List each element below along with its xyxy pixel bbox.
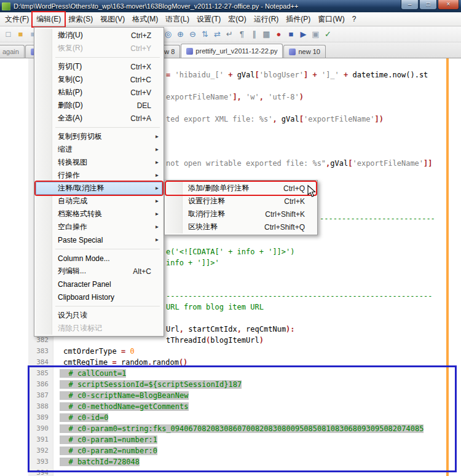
stop-macro-icon[interactable]: ■ bbox=[285, 28, 297, 40]
menu-item-undo[interactable]: 撤消(U) Ctrl+Z bbox=[36, 29, 162, 42]
menu-item-set-read-only[interactable]: 设为只读 bbox=[36, 309, 162, 322]
code-text[interactable]: # c0-id=0 bbox=[60, 412, 461, 423]
menu-item-copy[interactable]: 复制(C) Ctrl+C bbox=[36, 73, 162, 86]
code-segment: ) bbox=[299, 93, 304, 101]
minimize-button[interactable]: – bbox=[401, 0, 419, 10]
menu-item-column-mode[interactable]: Column Mode... bbox=[36, 252, 162, 265]
menubar-item-window[interactable]: 窗口(W) bbox=[314, 12, 348, 26]
title-bar[interactable]: D:\tmp\WordPress\Others\to_wp\163-mover\… bbox=[0, 0, 461, 12]
code-text[interactable]: cmtReqTime = random.random() bbox=[60, 357, 461, 368]
menubar-item-edit[interactable]: 编辑(E) bbox=[33, 12, 65, 26]
indent-guide-icon[interactable]: ∥ bbox=[248, 28, 260, 40]
menu-item-eol-conversion[interactable]: 档案格式转换 ► bbox=[36, 208, 162, 220]
menu-item-auto-completion[interactable]: 自动完成 ► bbox=[36, 195, 162, 208]
code-segment: ]) bbox=[375, 115, 384, 123]
menubar-item-macro[interactable]: 宏(O) bbox=[224, 12, 250, 26]
code-segment: , bbox=[237, 325, 246, 334]
line-number: 384 bbox=[28, 357, 53, 368]
menu-item-blank-operations[interactable]: 空白操作 ► bbox=[36, 220, 162, 233]
bookmark-margin bbox=[0, 158, 28, 169]
menubar-item-format[interactable]: 格式(M) bbox=[128, 12, 162, 26]
menu-item-paste[interactable]: 粘贴(P) Ctrl+V bbox=[36, 86, 162, 99]
comment-submenu-popup: 添加/删除单行注释 Ctrl+Q 设置行注释 Ctrl+K 取消行注释 Ctrl… bbox=[164, 180, 318, 235]
code-text[interactable]: # c0-param1=number:1 bbox=[60, 434, 461, 445]
menu-item-indent[interactable]: 缩进 ► bbox=[36, 143, 162, 156]
code-text[interactable]: # c0-param2=number:0 bbox=[60, 445, 461, 456]
code-segment: , bbox=[272, 115, 281, 123]
tab-prettify[interactable]: prettify_url_v2011-12-22.py bbox=[181, 44, 283, 58]
code-segment: = bbox=[166, 71, 175, 79]
record-macro-icon[interactable]: ● bbox=[273, 28, 285, 40]
menubar-item-help[interactable]: ? bbox=[349, 13, 360, 25]
menu-item-comment-uncomment[interactable]: 注释/取消注释 ► bbox=[36, 182, 162, 195]
sync-horizontal-icon[interactable]: ⇄ bbox=[211, 28, 223, 40]
bookmark-margin bbox=[0, 180, 28, 191]
bookmark-margin bbox=[0, 169, 28, 180]
code-text[interactable]: # callCount=1 bbox=[60, 368, 461, 379]
menubar-item-plugins[interactable]: 插件(P) bbox=[282, 12, 314, 26]
code-text[interactable]: # c0-scriptName=BlogBeanNew bbox=[60, 390, 461, 401]
editor-line: 388 # c0-methodName=getComments bbox=[0, 401, 461, 412]
menu-item-delete[interactable]: 删除(D) DEL bbox=[36, 99, 162, 112]
play-macro-icon[interactable]: ▶ bbox=[297, 28, 309, 40]
menu-item-label: 复制到剪切板 bbox=[58, 131, 102, 142]
word-wrap-icon[interactable]: ↵ bbox=[224, 28, 235, 40]
menu-item-convert-view[interactable]: 转换视图 ► bbox=[36, 156, 162, 169]
menubar-item-run[interactable]: 运行(R) bbox=[250, 12, 283, 26]
show-all-chars-icon[interactable]: ¶ bbox=[236, 28, 248, 40]
code-text[interactable]: # c0-methodName=getComments bbox=[60, 401, 461, 412]
code-text[interactable]: cmtOrderType = 0 bbox=[60, 346, 461, 357]
code-text[interactable]: # c0-param0=string:fks_09406708208308607… bbox=[60, 423, 461, 434]
submenu-item-toggle-single-line-comment[interactable]: 添加/删除单行注释 Ctrl+Q bbox=[166, 182, 316, 195]
menu-item-clear-read-only-flag[interactable]: 清除只读标记 bbox=[36, 322, 162, 335]
submenu-arrow-icon: ► bbox=[154, 211, 160, 217]
menu-item-line-operations[interactable]: 行操作 ► bbox=[36, 169, 162, 182]
menubar-item-settings[interactable]: 设置(T) bbox=[193, 12, 224, 26]
menu-item-cut[interactable]: 剪切(T) Ctrl+X bbox=[36, 60, 162, 73]
code-text[interactable]: # batchId=728048 bbox=[60, 456, 461, 467]
open-folder-icon[interactable]: ■ bbox=[15, 28, 26, 40]
maximize-button[interactable]: □ bbox=[419, 0, 437, 10]
spell-check-icon[interactable]: ✓ bbox=[322, 28, 334, 40]
fold-margin bbox=[53, 390, 60, 401]
editor-line: 386 # scriptSessionId=${scriptSessionId}… bbox=[0, 379, 461, 390]
close-button[interactable]: × bbox=[438, 0, 459, 10]
menu-item-character-panel[interactable]: Character Panel bbox=[36, 278, 162, 291]
code-segment: random bbox=[121, 358, 148, 367]
code-text[interactable] bbox=[60, 467, 461, 476]
code-segment: random bbox=[152, 358, 179, 367]
tab-new-10[interactable]: new 10 bbox=[283, 45, 325, 58]
code-segments: # c0-id=0 bbox=[60, 413, 108, 422]
new-file-icon[interactable]: □ bbox=[2, 28, 14, 40]
code-text[interactable]: # scriptSessionId=${scriptSessionId}187 bbox=[60, 379, 461, 390]
submenu-item-block-comment[interactable]: 区块注释 Ctrl+Shift+Q bbox=[166, 220, 316, 233]
menu-item-clipboard-history[interactable]: Clipboard History bbox=[36, 291, 162, 303]
editor-line: 383 cmtOrderType = 0 bbox=[0, 346, 461, 357]
line-number: 391 bbox=[28, 434, 53, 445]
code-segments: # c0-param1=number:1 bbox=[60, 435, 157, 444]
menubar-item-file[interactable]: 文件(F) bbox=[1, 12, 33, 26]
menubar-item-search[interactable]: 搜索(S) bbox=[65, 12, 97, 26]
menubar-item-view[interactable]: 视图(V) bbox=[97, 12, 128, 26]
bookmark-margin bbox=[0, 423, 28, 434]
menu-item-label: 注释/取消注释 bbox=[58, 183, 104, 193]
submenu-item-set-line-comment[interactable]: 设置行注释 Ctrl+K bbox=[166, 195, 316, 208]
menu-item-paste-special[interactable]: Paste Special ► bbox=[36, 233, 162, 246]
line-number: 386 bbox=[28, 379, 53, 390]
bookmark-margin bbox=[0, 335, 28, 346]
zoom-out-icon[interactable]: ⊖ bbox=[187, 28, 199, 40]
zoom-in-icon[interactable]: ⊕ bbox=[175, 28, 186, 40]
menu-item-redo[interactable]: 恢复(R) Ctrl+Y bbox=[36, 42, 162, 55]
menu-item-copy-to-clipboard[interactable]: 复制到剪切板 ► bbox=[36, 130, 162, 143]
menubar-item-language[interactable]: 语言(L) bbox=[162, 12, 193, 26]
sync-vertical-icon[interactable]: ⇅ bbox=[199, 28, 211, 40]
doc-map-icon[interactable]: ▦ bbox=[261, 28, 272, 40]
tab-again[interactable]: again bbox=[0, 45, 25, 58]
menu-item-column-editor[interactable]: 列编辑... Alt+C bbox=[36, 265, 162, 278]
bookmark-margin bbox=[0, 291, 28, 302]
save-macro-icon[interactable]: ▣ bbox=[310, 28, 321, 40]
bookmark-margin bbox=[0, 302, 28, 313]
menu-item-select-all[interactable]: 全选(A) Ctrl+A bbox=[36, 112, 162, 125]
code-segment: # c0-param0=string:fks_09406708208308607… bbox=[60, 424, 424, 433]
submenu-item-remove-line-comment[interactable]: 取消行注释 Ctrl+Shift+K bbox=[166, 208, 316, 220]
